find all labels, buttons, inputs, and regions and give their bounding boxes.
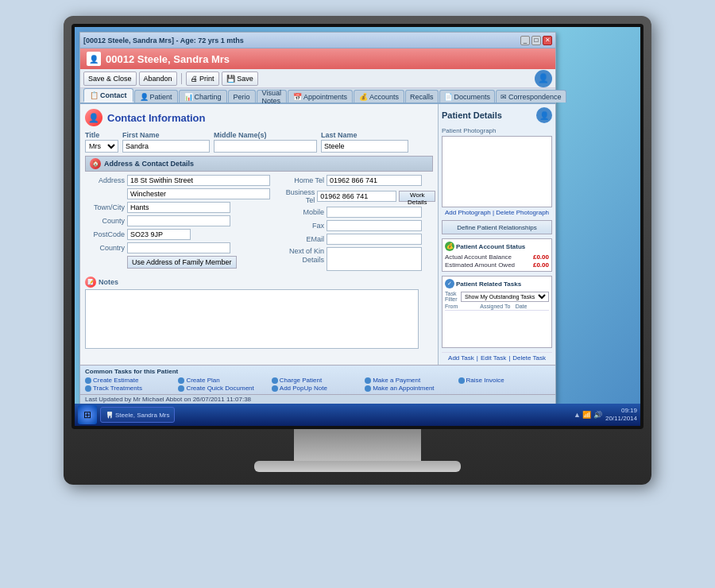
town-input[interactable] [127,202,230,213]
notes-icon: 📝 [85,277,96,288]
notes-textarea[interactable] [85,289,419,349]
task-charge-patient[interactable]: Charge Patient [272,377,364,384]
actual-balance-label: Actual Account Balance [445,253,512,261]
save-close-button[interactable]: Save & Close [83,72,137,86]
task-create-quick-doc[interactable]: Create Quick Document [178,385,270,392]
task-icon-6 [85,385,91,392]
address-contact-area: Address Town/City [85,175,433,273]
tab-patient[interactable]: 👤 Patient [134,90,178,103]
county-input[interactable] [127,215,230,226]
address-section-header: 🏠 Address & Contact Details [85,156,433,172]
task-track-treatments[interactable]: Track Treatments [85,385,177,392]
task-make-appointment[interactable]: Make an Appointment [365,385,457,392]
window-controls: _ □ ✕ [520,36,552,45]
common-tasks-bar: Common Tasks for this Patient Create Est… [80,365,555,394]
email-label: EMail [276,235,324,243]
business-tel-label: Business Tel [276,188,315,204]
account-status-title: Patient Account Status [456,243,525,250]
use-family-address-button[interactable]: Use Address of Family Member [127,256,237,269]
toolbar: Save & Close Abandon 🖨 Print 💾 Save 👤 [80,69,555,88]
window-title: [00012 Steele, Sandra Mrs] - Age: 72 yrs… [83,37,244,44]
save-button[interactable]: 💾 Save [222,72,258,86]
task-raise-invoice[interactable]: Raise Invoice [458,377,551,384]
work-details-button[interactable]: Work Details [399,191,435,202]
taskbar-app-button[interactable]: 🦷 Steele, Sandra Mrs [100,407,175,423]
title-select[interactable]: Mrs [85,140,118,153]
clock: 09:19 20/11/2014 [605,407,637,424]
home-tel-input[interactable] [327,175,422,186]
country-label: Country [85,244,125,252]
tab-visual-notes[interactable]: Visual Notes [257,90,287,103]
task-icon-4 [365,377,371,384]
tab-correspondence[interactable]: ✉ Correspondence [496,90,566,103]
patient-tasks-header: ✓ Patient Related Tasks [445,279,549,288]
add-photo-link[interactable]: Add Photograph [445,209,491,216]
tab-recalls[interactable]: Recalls [405,90,439,103]
start-button[interactable]: ⊞ [78,405,97,424]
clock-time: 09:19 [605,407,637,415]
monitor-outer: [00012 Steele, Sandra Mrs] - Age: 72 yrs… [64,16,651,485]
task-add-popup[interactable]: Add PopUp Note [272,385,364,392]
country-input[interactable] [127,242,230,253]
tab-accounts[interactable]: 💰 Accounts [354,90,404,103]
task-icon-3 [272,377,278,384]
middle-name-field-group: Middle Name(s) [214,131,317,153]
business-tel-row: Business Tel Work Details [276,188,435,204]
first-name-label: First Name [122,131,210,139]
task-create-estimate[interactable]: Create Estimate [85,377,177,384]
maximize-btn[interactable]: □ [531,36,541,45]
photo-links: Add Photograph | Delete Photograph [442,209,552,216]
last-name-input[interactable] [321,140,408,153]
patient-header-bar: 👤 00012 Steele, Sandra Mrs [80,48,555,69]
patient-header-name: 00012 Steele, Sandra Mrs [106,53,230,65]
mobile-row: Mobile [276,207,435,218]
tab-appointments[interactable]: 📅 Appointments [288,90,353,103]
task-icon-8 [272,385,278,392]
business-tel-input[interactable] [317,191,396,202]
postcode-input[interactable] [127,229,191,240]
monitor: [00012 Steele, Sandra Mrs] - Age: 72 yrs… [0,0,715,588]
tab-perio[interactable]: Perio [228,90,256,103]
mobile-input[interactable] [327,207,422,218]
patient-photo-icon: 👤 [535,70,552,87]
address-line1-input[interactable] [127,175,270,186]
print-button[interactable]: 🖨 Print [186,72,219,86]
delete-photo-link[interactable]: Delete Photograph [496,209,549,216]
contact-section-icon: 👤 [85,109,102,126]
estimated-owed-row: Estimated Amount Owed £0.00 [445,261,549,269]
tab-contact[interactable]: 📋 Contact [83,88,133,103]
address-row2 [85,188,270,199]
patient-tasks-section: ✓ Patient Related Tasks Task Filter Show… [442,276,552,348]
desktop: [00012 Steele, Sandra Mrs] - Age: 72 yrs… [75,27,640,426]
tab-documents[interactable]: 📄 Documents [439,90,496,103]
abandon-button[interactable]: Abandon [139,72,177,86]
patient-header-icon: 👤 [87,52,101,66]
title-field-group: Title Mrs [85,131,118,153]
last-name-field-group: Last Name [321,131,408,153]
mobile-label: Mobile [276,208,324,216]
task-filter-row: Task Filter Show My Outstanding Tasks [445,291,549,302]
task-create-plan[interactable]: Create Plan [178,377,270,384]
county-label: County [85,217,125,225]
last-name-label: Last Name [321,131,408,139]
next-of-kin-input[interactable] [327,247,422,271]
fax-input[interactable] [327,220,422,231]
delete-task-link[interactable]: Delete Task [512,354,546,362]
right-panel: Patient Details 👤 Patient Photograph Add… [438,104,555,365]
task-make-payment[interactable]: Make a Payment [365,377,457,384]
edit-task-link[interactable]: Edit Task [481,354,506,362]
assigned-to-col-label: Assigned To [480,304,513,309]
tab-charting[interactable]: 📊 Charting [179,90,227,103]
email-input[interactable] [327,234,422,245]
title-bar: [00012 Steele, Sandra Mrs] - Age: 72 yrs… [80,33,555,48]
task-filter-select[interactable]: Show My Outstanding Tasks [461,292,549,302]
add-task-link[interactable]: Add Task [448,354,474,362]
minimize-btn[interactable]: _ [520,36,530,45]
define-relationships-button[interactable]: Define Patient Relationships [442,220,552,234]
middle-name-input[interactable] [214,140,317,153]
close-btn[interactable]: ✕ [543,36,552,45]
first-name-input[interactable] [122,140,210,153]
address-line2-input[interactable] [127,188,270,199]
actual-balance-value: £0.00 [533,253,549,261]
right-panel-icon: 👤 [536,107,552,123]
